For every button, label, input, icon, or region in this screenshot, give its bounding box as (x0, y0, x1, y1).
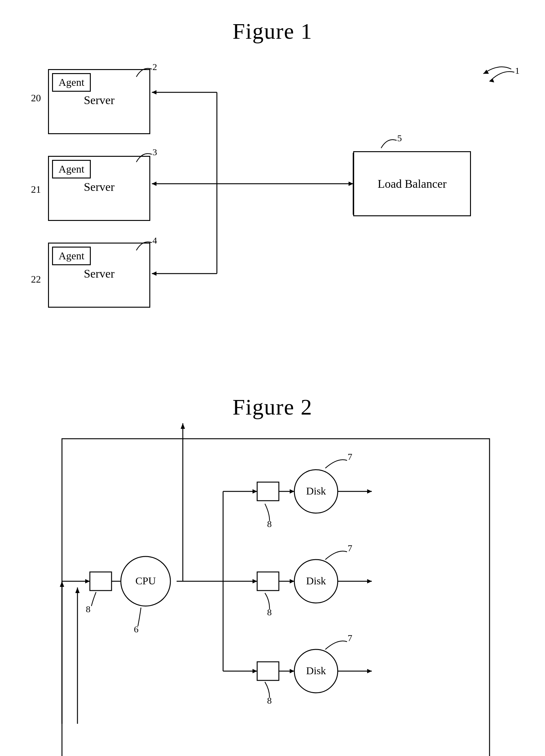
svg-marker-43 (290, 579, 294, 583)
svg-text:7: 7 (348, 633, 352, 643)
server-label-2: Server (49, 180, 149, 197)
svg-marker-41 (290, 489, 294, 494)
ref4-callout: 4 (133, 238, 170, 257)
agent-box-1: Agent (52, 73, 91, 92)
svg-text:Disk: Disk (306, 575, 326, 587)
server-label-3: Server (49, 267, 149, 283)
svg-text:7: 7 (348, 543, 352, 553)
svg-point-56 (294, 649, 338, 693)
figure2-svg: Disk Disk Disk CPU 7 7 7 8 (0, 420, 545, 756)
ref-21: 21 (31, 184, 41, 195)
ref5-callout: 5 (378, 136, 415, 154)
svg-rect-35 (257, 572, 279, 591)
figure2-title: Figure 2 (0, 394, 545, 420)
svg-marker-19 (181, 423, 185, 429)
svg-marker-21 (85, 579, 90, 583)
svg-point-52 (294, 470, 338, 513)
server-label-1: Server (49, 93, 149, 110)
svg-marker-3 (152, 182, 156, 186)
ref2-callout: 2 (133, 64, 170, 83)
svg-marker-26 (253, 579, 257, 583)
svg-rect-36 (257, 662, 279, 680)
svg-marker-47 (367, 489, 372, 494)
svg-text:5: 5 (397, 133, 402, 143)
svg-text:8: 8 (267, 519, 272, 529)
svg-text:4: 4 (152, 235, 157, 245)
svg-marker-39 (253, 669, 257, 673)
figure1-title: Figure 1 (0, 0, 545, 44)
figure2-area: Disk Disk Disk CPU 7 7 7 8 (0, 420, 545, 756)
svg-marker-34 (253, 489, 257, 494)
svg-marker-45 (290, 669, 294, 673)
load-balancer-label: Load Balancer (378, 177, 447, 191)
svg-text:Disk: Disk (306, 665, 326, 676)
svg-marker-28 (60, 581, 64, 587)
svg-text:1: 1 (515, 65, 520, 76)
svg-text:7: 7 (348, 451, 352, 462)
ref-22: 22 (31, 274, 41, 285)
svg-text:3: 3 (152, 147, 157, 157)
agent-box-3: Agent (52, 247, 91, 265)
svg-text:CPU: CPU (135, 575, 156, 587)
svg-point-58 (121, 556, 170, 606)
svg-marker-30 (75, 587, 80, 593)
svg-text:Disk: Disk (306, 485, 326, 497)
agent-box-2: Agent (52, 160, 91, 178)
svg-marker-4 (349, 182, 353, 186)
svg-marker-49 (367, 579, 372, 583)
load-balancer-box: Load Balancer (353, 151, 471, 216)
svg-text:8: 8 (86, 604, 90, 614)
svg-rect-17 (62, 439, 490, 756)
svg-text:6: 6 (134, 624, 138, 634)
svg-rect-31 (257, 482, 279, 501)
svg-marker-51 (367, 669, 372, 673)
ref3-callout: 3 (133, 150, 170, 168)
svg-marker-1 (152, 90, 156, 95)
svg-point-54 (294, 560, 338, 603)
ref1-callout: 1 (474, 63, 524, 88)
svg-marker-8 (152, 271, 156, 276)
figure1-area: Agent Server Agent Server Agent Server L… (0, 44, 545, 385)
page: Figure 1 (0, 0, 545, 756)
svg-rect-22 (90, 572, 112, 591)
svg-text:8: 8 (267, 607, 272, 617)
ref-20: 20 (31, 92, 41, 104)
svg-text:2: 2 (152, 62, 157, 72)
svg-text:8: 8 (267, 695, 272, 705)
